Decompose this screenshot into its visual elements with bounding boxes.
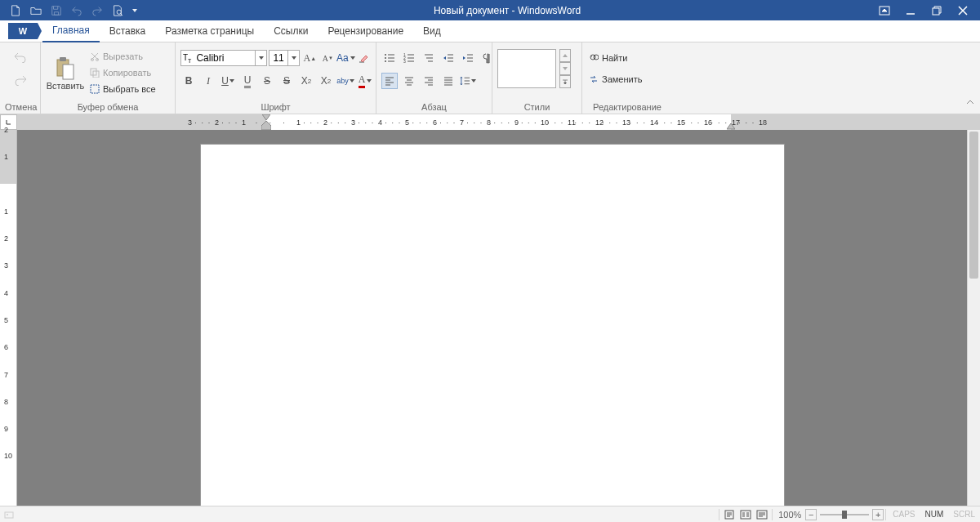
redo-icon[interactable]	[90, 3, 105, 18]
highlight-button[interactable]: aby	[337, 73, 354, 89]
grow-font-button[interactable]: A▲	[301, 50, 318, 66]
redo-button[interactable]	[12, 72, 29, 88]
align-center-button[interactable]	[401, 73, 417, 89]
double-underline-button[interactable]: U	[239, 73, 256, 89]
v-ruler-num: 10	[4, 452, 12, 460]
zoom-slider[interactable]	[820, 514, 869, 515]
vertical-scrollbar[interactable]	[967, 130, 980, 506]
superscript-button[interactable]: X2	[318, 73, 334, 89]
view-read-button[interactable]	[737, 506, 754, 523]
new-doc-icon[interactable]	[8, 3, 23, 18]
style-gallery[interactable]	[497, 49, 556, 88]
font-size-input[interactable]	[270, 51, 287, 65]
document-canvas[interactable]	[17, 130, 967, 506]
numbering-button[interactable]: 123	[401, 50, 417, 66]
multilevel-button[interactable]	[421, 50, 437, 66]
decrease-indent-button[interactable]	[440, 50, 457, 66]
h-ruler-num: 1	[242, 118, 246, 127]
increase-indent-button[interactable]	[460, 50, 476, 66]
save-icon[interactable]	[49, 3, 64, 18]
horizontal-ruler[interactable]: 3···2···1···1···2···3···4···5···6···7···…	[17, 114, 980, 130]
svg-point-11	[385, 54, 386, 56]
h-ruler-num: 8	[487, 118, 491, 127]
paste-button[interactable]: Вставить	[46, 49, 85, 98]
bullets-button[interactable]	[381, 50, 398, 66]
find-button[interactable]: Найти	[587, 51, 629, 65]
italic-button[interactable]: I	[200, 73, 216, 89]
tab-2[interactable]: Разметка страницы	[155, 20, 264, 42]
tab-0[interactable]: Главная	[42, 20, 100, 42]
zoom-in-button[interactable]: +	[872, 509, 884, 520]
h-ruler-num: 2	[215, 118, 219, 127]
double-strike-button[interactable]: S	[278, 73, 295, 89]
select-all-button[interactable]: Выбрать все	[88, 82, 158, 96]
view-web-button[interactable]	[754, 506, 770, 523]
replace-button[interactable]: Заменить	[587, 72, 644, 87]
line-spacing-button[interactable]	[460, 73, 476, 89]
svg-rect-4	[60, 57, 66, 61]
change-case-button[interactable]: Aa	[337, 50, 354, 66]
tab-stop-selector[interactable]	[0, 114, 17, 130]
group-paragraph: 123 Абзац	[376, 42, 492, 114]
window-title: Новый документ - WindowsWord	[139, 5, 875, 16]
styles-up-button[interactable]	[559, 49, 571, 62]
h-ruler-num: 3	[351, 118, 355, 127]
clear-format-button[interactable]	[355, 50, 372, 66]
group-paragraph-label: Абзац	[381, 100, 487, 114]
v-ruler-num: 2	[4, 234, 8, 243]
tab-1[interactable]: Вставка	[100, 20, 156, 42]
macro-record-icon[interactable]	[0, 506, 18, 522]
align-right-button[interactable]	[421, 73, 437, 89]
svg-point-7	[96, 59, 99, 61]
h-ruler-num: 3	[188, 118, 192, 127]
bold-button[interactable]: B	[180, 73, 197, 89]
cut-button[interactable]: Вырезать	[88, 49, 158, 64]
scrl-indicator: SCRL	[948, 510, 980, 519]
styles-down-button[interactable]	[559, 62, 571, 75]
justify-button[interactable]	[440, 73, 457, 89]
tab-5[interactable]: Вид	[413, 20, 451, 42]
open-icon[interactable]	[29, 3, 43, 18]
undo-icon[interactable]	[69, 3, 84, 18]
underline-button[interactable]: U	[220, 73, 236, 89]
maximize-icon[interactable]	[928, 2, 946, 20]
print-preview-icon[interactable]	[110, 3, 125, 18]
view-print-layout-button[interactable]	[721, 506, 737, 523]
v-ruler-num: 1	[4, 207, 8, 216]
font-name-input[interactable]	[193, 51, 255, 65]
ribbon-display-icon[interactable]	[875, 2, 893, 20]
font-size-dropdown[interactable]	[287, 51, 299, 65]
copy-button[interactable]: Копировать	[88, 65, 158, 80]
zoom-slider-knob[interactable]	[842, 511, 847, 519]
font-name-dropdown[interactable]	[255, 51, 266, 65]
svg-point-12	[385, 57, 386, 59]
tab-3[interactable]: Ссылки	[264, 20, 318, 42]
font-size-combo[interactable]	[269, 50, 300, 66]
font-name-combo[interactable]: TT	[180, 50, 267, 66]
collapse-ribbon-icon[interactable]	[965, 96, 975, 110]
subscript-button[interactable]: X2	[298, 73, 314, 89]
zoom-out-button[interactable]: −	[805, 509, 817, 520]
font-color-button[interactable]: A	[357, 73, 373, 89]
align-left-button[interactable]	[381, 73, 398, 89]
app-icon[interactable]: W	[8, 23, 38, 39]
h-ruler-num: 18	[759, 118, 767, 127]
tab-4[interactable]: Рецензирование	[318, 20, 413, 42]
h-ruler-num: 1	[296, 118, 301, 127]
styles-more-button[interactable]	[559, 75, 571, 88]
minimize-icon[interactable]	[902, 2, 920, 20]
svg-point-20	[7, 514, 8, 515]
h-ruler-num: 5	[405, 118, 409, 127]
qat-customize-icon[interactable]	[131, 3, 139, 18]
zoom-percent[interactable]: 100%	[774, 506, 805, 522]
v-ruler-num: 8	[4, 398, 8, 406]
scrollbar-thumb[interactable]	[969, 132, 978, 279]
strike-button[interactable]: S	[259, 73, 275, 89]
group-font-label: Шрифт	[180, 100, 371, 114]
undo-button[interactable]	[12, 49, 29, 65]
close-icon[interactable]	[954, 2, 972, 20]
svg-rect-5	[63, 65, 74, 79]
page[interactable]	[200, 144, 785, 506]
vertical-ruler[interactable]: 2112345678910	[0, 130, 17, 506]
shrink-font-button[interactable]: A▼	[319, 50, 336, 66]
